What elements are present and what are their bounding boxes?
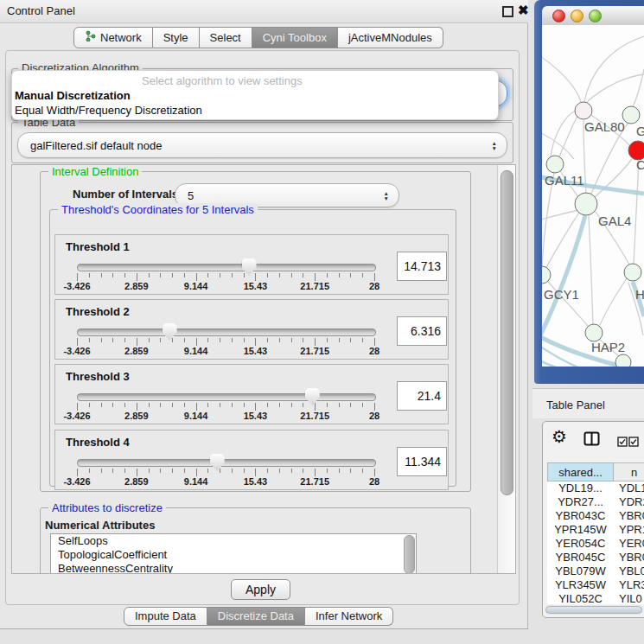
network-node[interactable] [575, 193, 597, 215]
tab-style[interactable]: Style [153, 27, 200, 48]
list-item[interactable]: BetweennessCentrality [51, 562, 416, 574]
tab-select[interactable]: Select [200, 27, 252, 48]
list-item[interactable]: SelfLoops [51, 534, 416, 548]
float-window-icon[interactable] [502, 6, 513, 17]
slider-track[interactable] [77, 264, 376, 271]
tab-network-label: Network [100, 28, 142, 48]
network-edge[interactable] [600, 278, 627, 325]
cell-name: YPR1 [614, 523, 644, 537]
slider-track[interactable] [77, 393, 376, 401]
network-edge[interactable] [542, 52, 581, 102]
slider-track[interactable] [77, 459, 376, 467]
major-tick [196, 338, 197, 346]
list-item[interactable]: TopologicalCoefficient [51, 548, 416, 562]
table-row[interactable]: YLR345WYLR3 [547, 578, 644, 592]
table-row[interactable]: YER054CYER0 [547, 537, 644, 551]
network-edge[interactable] [586, 74, 644, 103]
minor-tick [184, 469, 185, 473]
network-node[interactable] [575, 102, 592, 119]
panel-scrollbar-thumb[interactable] [501, 170, 513, 495]
slider-thumb[interactable] [163, 323, 177, 341]
tab-jactivemnodules[interactable]: jActiveMNodules [338, 27, 443, 48]
tab-discretize-data[interactable]: Discretize Data [207, 607, 305, 626]
slider-thumb[interactable] [210, 454, 225, 471]
table-panel-titlebar[interactable]: Table Panel [532, 388, 644, 418]
minor-tick [267, 403, 268, 407]
table-data-combobox[interactable]: galFiltered.sif default node ▲▼ [17, 132, 507, 158]
tab-cyni-toolbox[interactable]: Cyni Toolbox [252, 27, 338, 48]
table-hscrollbar-track[interactable] [545, 605, 643, 615]
minor-tick [362, 273, 363, 277]
checked-checkbox-icon[interactable] [628, 435, 639, 450]
network-window-titlebar[interactable] [542, 6, 644, 26]
minor-tick [244, 403, 245, 407]
tab-infer-network[interactable]: Infer Network [305, 607, 393, 626]
threshold-value-field[interactable]: 14.713 [397, 252, 447, 281]
threshold-value-field[interactable]: 11.344 [397, 447, 447, 476]
column-header-name[interactable]: n [614, 462, 644, 481]
network-node[interactable] [622, 106, 640, 124]
minor-tick [160, 338, 161, 342]
checked-checkbox-icon[interactable] [617, 435, 628, 450]
network-node[interactable] [615, 354, 631, 367]
table-header-row: shared... n [547, 462, 644, 481]
settings-scroll-viewport: Interval Definition Number of Intervals … [11, 164, 516, 574]
close-icon[interactable]: ✖ [518, 3, 529, 18]
minor-tick [279, 273, 280, 277]
table-hscrollbar-thumb[interactable] [545, 606, 642, 614]
network-node[interactable] [585, 324, 603, 341]
tab-impute-data[interactable]: Impute Data [124, 607, 207, 626]
table-row[interactable]: YDR27...YDR2 [547, 495, 644, 509]
table-row[interactable]: YPR145WYPR1 [547, 523, 644, 537]
major-tick [77, 273, 78, 281]
apply-button[interactable]: Apply [231, 579, 290, 600]
slider-track[interactable] [77, 328, 376, 336]
cell-shared-name: YBR043C [547, 509, 614, 523]
network-canvas[interactable]: GAL80GACGAL11GAL4GCY1HHAP2 [542, 25, 644, 367]
table-row[interactable]: YBR043CYBR0 [547, 509, 644, 523]
network-edge-highlighted[interactable] [542, 215, 585, 348]
slider-thumb[interactable] [305, 388, 320, 405]
split-columns-icon[interactable] [583, 431, 600, 450]
network-edge[interactable] [584, 36, 644, 102]
network-node[interactable] [542, 266, 551, 284]
dropdown-option-manual-discretization[interactable]: Manual Discretization [15, 89, 131, 102]
network-node[interactable] [546, 156, 564, 173]
minor-tick [232, 469, 233, 473]
minor-tick [160, 273, 161, 277]
table-row[interactable]: YIL052CYIL0 [547, 592, 644, 604]
minor-tick [207, 403, 208, 407]
network-graph[interactable]: GAL80GACGAL11GAL4GCY1HHAP2 [542, 25, 644, 367]
minor-tick [184, 338, 185, 342]
dropdown-option-equal-width[interactable]: Equal Width/Frequency Discretization [15, 104, 202, 117]
minor-tick [362, 403, 363, 407]
network-edge[interactable] [545, 213, 579, 269]
table-row[interactable]: YBR045CYBR0 [547, 551, 644, 564]
minimize-button[interactable] [571, 10, 583, 22]
minor-tick [172, 403, 173, 407]
table-row[interactable]: YDL19...YDL1 [547, 481, 644, 495]
close-button[interactable] [552, 10, 565, 22]
minor-tick [291, 273, 292, 277]
tick-label: 9.144 [184, 346, 208, 356]
gear-icon[interactable]: ⚙ [552, 427, 567, 446]
tab-network[interactable]: Network [73, 27, 153, 48]
network-node[interactable] [624, 264, 641, 281]
panel-scrollbar-track[interactable] [497, 165, 515, 573]
tab-cyni-toolbox-label: Cyni Toolbox [263, 28, 327, 48]
table-row[interactable]: YBL079WYBL0 [547, 564, 644, 578]
control-panel-titlebar[interactable]: Control Panel ✖ [0, 0, 528, 23]
tick-label: -3.426 [63, 476, 90, 487]
zoom-button[interactable] [589, 10, 602, 22]
network-edge[interactable] [634, 161, 639, 264]
network-edge[interactable] [551, 111, 576, 156]
column-header-shared-name[interactable]: shared... [547, 462, 614, 481]
numerical-attributes-list[interactable]: SelfLoopsTopologicalCoefficientBetweenne… [50, 533, 417, 574]
table-panel-title: Table Panel [546, 399, 605, 411]
threshold-value-field[interactable]: 21.4 [397, 381, 447, 411]
network-edge[interactable] [559, 116, 577, 156]
list-scrollbar-thumb[interactable] [404, 535, 415, 574]
network-edge[interactable] [589, 215, 593, 324]
minor-tick [267, 338, 268, 342]
threshold-value-field[interactable]: 6.316 [397, 316, 447, 346]
